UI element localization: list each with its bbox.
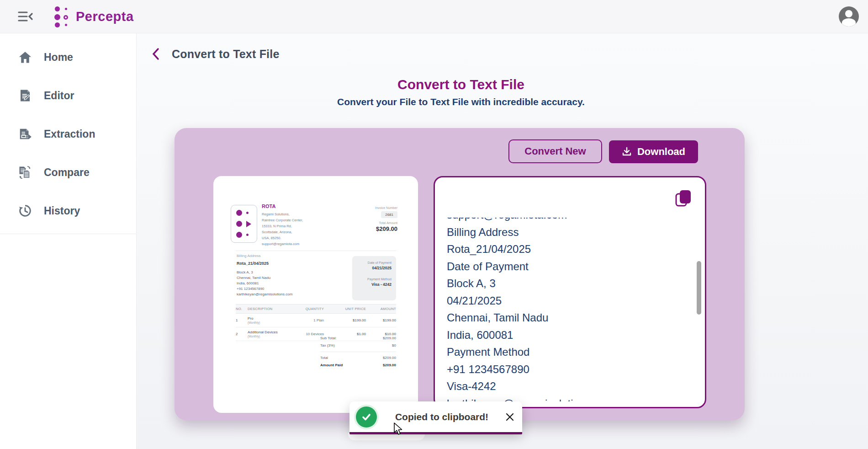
table-row: 1 Pro (Monthly) 1 Plan $199.00 $199.00 [236, 314, 396, 327]
invoice-separator [236, 251, 396, 251]
convert-new-button[interactable]: Convert New [508, 139, 602, 163]
text-line: Payment Method [447, 343, 691, 361]
text-line: +91 1234567890 [447, 361, 691, 378]
copy-button[interactable] [675, 189, 692, 208]
invoice-brand: ROTA [262, 203, 275, 209]
invoice-number-value: 2681 [381, 211, 397, 218]
hamburger-collapse-icon [18, 11, 33, 22]
toast-message: Copied to clipboard! [379, 412, 505, 422]
date-of-payment-value: 04/21/2025 [372, 266, 392, 270]
text-line: Date of Payment [447, 258, 691, 275]
invoice-preview-card: ROTA Regami Solutions, Raintree Corporat… [213, 176, 418, 413]
compare-icon [18, 166, 32, 179]
download-label: Download [637, 146, 685, 158]
text-line: 04/21/2025 [447, 292, 691, 310]
summary-row: Sub Total: $209.00 [320, 336, 396, 340]
sidebar: Home Editor [0, 33, 137, 449]
page-header: Convert to Text File [152, 47, 280, 61]
invoice-logo-icon [231, 205, 257, 243]
topbar: Percepta [0, 0, 868, 33]
sidebar-item-editor[interactable]: Editor [0, 76, 136, 115]
sidebar-collapse-button[interactable] [16, 8, 35, 25]
mouse-cursor-icon [393, 422, 405, 438]
invoice-company-address: Regami Solutions, Raintree Corporate Cen… [262, 211, 303, 247]
invoice-meta: Invoice Number 2681 Total Amount $209.00 [343, 206, 397, 232]
toast-box: Copied to clipboard! [349, 401, 522, 432]
text-line: support@regamiota.com [447, 218, 691, 224]
success-icon-halo [354, 405, 379, 429]
billing-lines: Block A, 3 Chennai, Tamil Nadu India, 60… [237, 270, 346, 297]
payment-method-value: Visa - 4242 [371, 282, 392, 287]
summary-row: Total $209.00 [320, 356, 396, 360]
percepta-logo-icon [54, 5, 70, 28]
summary-row-amount-paid: Amount Paid $209.00 [320, 363, 396, 367]
main-content: Convert to Text File Convert to Text Fil… [137, 33, 868, 449]
text-line: Billing Address [447, 224, 691, 241]
toast-close-button[interactable] [505, 412, 515, 422]
chevron-left-icon [152, 47, 160, 61]
invoice-summary: Sub Total: $209.00 Tax (3%) $0 Total $20… [320, 336, 396, 370]
total-amount-value: $209.00 [376, 225, 397, 232]
summary-row: Tax (3%) $0 [320, 343, 396, 347]
page-title: Convert to Text File [172, 48, 280, 61]
hero-subtitle: Convert your File to Text File with incr… [137, 96, 785, 107]
text-line: Block A, 3 [447, 275, 691, 292]
invoice-table-header: NO. DESCRIPTION QUANTITY UNIT PRICE AMOU… [236, 304, 396, 314]
user-avatar[interactable] [839, 6, 859, 27]
sidebar-item-label: Editor [44, 90, 74, 102]
invoice-number-label: Invoice Number [375, 206, 397, 209]
payment-method-label: Payment Method [367, 278, 392, 281]
payment-info-box: Date of Payment 04/21/2025 Payment Metho… [352, 256, 396, 300]
sidebar-item-extraction[interactable]: Extraction [0, 115, 136, 153]
close-icon [505, 412, 515, 422]
date-of-payment-label: Date of Payment [368, 261, 392, 264]
scrollbar-thumb[interactable] [697, 261, 701, 315]
download-icon [622, 147, 632, 157]
avatar-body-icon [842, 18, 856, 27]
sidebar-item-compare[interactable]: Compare [0, 153, 136, 192]
home-icon [18, 50, 32, 64]
sidebar-item-home[interactable]: Home [0, 38, 136, 76]
total-amount-label: Total Amount [379, 221, 397, 224]
hero-title: Convert to Text File [137, 77, 785, 92]
conversion-panel: Convert New Download ROTA [175, 128, 745, 420]
history-icon [18, 204, 32, 218]
avatar-head-icon [845, 10, 852, 17]
download-button[interactable]: Download [609, 140, 698, 163]
brand-logo[interactable]: Percepta [54, 5, 134, 28]
extracted-text-lines: support@regamiota.com Billing Address Ro… [447, 218, 691, 401]
sidebar-item-label: History [44, 205, 80, 217]
extraction-icon [18, 127, 32, 141]
sidebar-divider [0, 234, 136, 234]
billing-address-block: Billing Address Rota_21/04/2025 Block A,… [237, 254, 346, 297]
sidebar-nav: Home Editor [0, 33, 136, 234]
sidebar-item-label: Compare [44, 166, 90, 179]
copy-icon [675, 189, 692, 208]
text-line: India, 600081 [447, 326, 691, 344]
editor-icon [18, 89, 32, 102]
screen: Percepta Home [0, 0, 868, 449]
extracted-text-panel: support@regamiota.com Billing Address Ro… [434, 176, 706, 408]
extracted-text-scroll-area[interactable]: support@regamiota.com Billing Address Ro… [447, 218, 691, 401]
sidebar-item-label: Extraction [44, 128, 95, 140]
back-button[interactable] [152, 47, 164, 61]
check-circle-icon [356, 406, 377, 428]
billing-name: Rota_21/04/2025 [237, 261, 346, 266]
invoice-table: NO. DESCRIPTION QUANTITY UNIT PRICE AMOU… [236, 304, 396, 341]
sidebar-item-label: Home [44, 51, 73, 64]
billing-address-label: Billing Address [237, 254, 346, 258]
text-line: Rota_21/04/2025 [447, 241, 691, 258]
text-line: Visa-4242 [447, 378, 691, 395]
toast-progress-bar [349, 432, 522, 434]
text-line: karthikeyan@regamisolutions.com [447, 395, 691, 402]
summary-divider [320, 352, 396, 352]
toast-notification: Copied to clipboard! [349, 401, 522, 434]
text-line: Chennai, Tamil Nadu [447, 309, 691, 326]
sidebar-item-history[interactable]: History [0, 192, 136, 230]
brand-name: Percepta [76, 9, 134, 24]
